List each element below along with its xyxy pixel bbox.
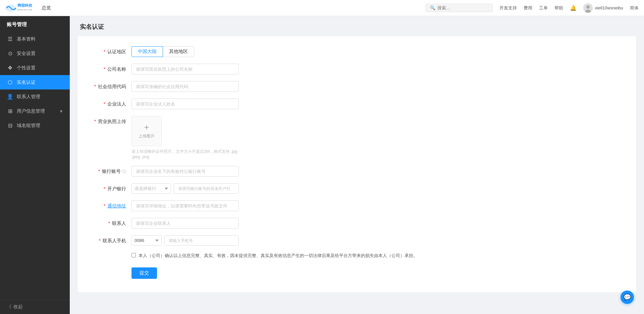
bank-account-row: * 银行账号 ⓘ: [91, 166, 623, 177]
credit-code-row: * 社会信用代码: [91, 81, 623, 92]
personal-icon: ❖: [7, 65, 13, 71]
required-mark: *: [104, 66, 105, 72]
main-layout: 账号管理 ☰ 基本资料 ⊙ 安全设置 ❖ 个性设置 ⬡ 实名认证 👤 联系人管理…: [0, 16, 644, 314]
phone-inputs: 0086: [131, 235, 239, 246]
region-tab-mainland[interactable]: 中国大陆: [131, 46, 163, 57]
required-mark: *: [94, 84, 96, 89]
address-label-link[interactable]: 通信地址: [107, 203, 126, 208]
required-mark: *: [104, 101, 105, 107]
required-mark: *: [104, 49, 105, 54]
info-icon[interactable]: ⓘ: [122, 169, 126, 174]
search-icon: 🔍: [430, 5, 435, 10]
bank-control: 请选择银行: [131, 183, 252, 194]
address-row: * 通信地址: [91, 200, 623, 211]
sidebar-item-userinfo[interactable]: ⊞ 用户信息管理 ▼: [0, 104, 70, 118]
sidebar-item-realname[interactable]: ⬡ 实名认证: [0, 75, 70, 89]
language-switch[interactable]: 简体: [630, 5, 639, 11]
basic-info-icon: ☰: [7, 36, 13, 42]
sidebar-item-personal[interactable]: ❖ 个性设置: [0, 61, 70, 75]
security-icon: ⊙: [7, 50, 13, 57]
license-control: + 上传图片 请上传清晰的证件照片，文件大小不超过2M，格式支持 .jpg .j…: [131, 116, 239, 159]
sidebar-item-contacts[interactable]: 👤 联系人管理: [0, 89, 70, 104]
company-name-row: * 公司名称: [91, 64, 623, 74]
bank-account-control: [131, 166, 239, 177]
header-actions: 开发支持 费用 工单 帮助 🔔 xiell10wsneibu 简体: [499, 3, 639, 13]
required-mark: *: [94, 119, 96, 124]
upload-button[interactable]: + 上传图片: [131, 116, 162, 146]
plus-icon: +: [144, 123, 149, 131]
svg-text:网宿科技: 网宿科技: [17, 3, 32, 7]
search-input[interactable]: [437, 5, 491, 10]
company-name-input[interactable]: [131, 64, 239, 74]
company-name-label: * 公司名称: [91, 64, 131, 72]
collapse-icon: 《: [7, 304, 11, 310]
phone-row: * 联系人手机 0086: [91, 235, 623, 246]
credit-code-input[interactable]: [131, 81, 239, 92]
notification-bell[interactable]: 🔔: [570, 5, 577, 11]
sidebar-item-domain[interactable]: ⊟ 域名组管理: [0, 118, 70, 133]
collapse-label: 收起: [13, 304, 23, 310]
sidebar-item-label: 用户信息管理: [17, 108, 45, 114]
username-label[interactable]: xiell10wsneibu: [595, 5, 623, 10]
sidebar-title: 账号管理: [0, 16, 70, 32]
sidebar: 账号管理 ☰ 基本资料 ⊙ 安全设置 ❖ 个性设置 ⬡ 实名认证 👤 联系人管理…: [0, 16, 70, 314]
help-link[interactable]: 帮助: [554, 5, 563, 11]
nav-overview[interactable]: 总览: [42, 5, 51, 11]
submit-button[interactable]: 提交: [131, 267, 157, 279]
phone-country-select[interactable]: 0086: [131, 235, 162, 246]
legal-person-control: [131, 99, 239, 109]
svg-point-4: [586, 5, 590, 9]
chat-float-button[interactable]: 💬: [621, 291, 634, 304]
bank-select[interactable]: 请选择银行: [131, 183, 171, 194]
phone-label: * 联系人手机: [91, 235, 131, 244]
region-row: * 认证地区 中国大陆 其他地区: [91, 46, 623, 57]
dev-support-link[interactable]: 开发支持: [499, 5, 517, 11]
region-label: * 认证地区: [91, 46, 131, 55]
agreement-text: 本人（公司）确认以上信息完整、真实、有效，因未提供完整、真实及有效信息产生的一切…: [139, 252, 418, 259]
credit-code-control: [131, 81, 239, 92]
sidebar-collapse-button[interactable]: 《 收起: [0, 300, 70, 314]
agreement-row: 本人（公司）确认以上信息完整、真实、有效，因未提供完整、真实及有效信息产生的一切…: [91, 252, 623, 259]
sidebar-item-security[interactable]: ⊙ 安全设置: [0, 46, 70, 61]
contact-row: * 联系人: [91, 218, 623, 229]
bank-account-label: * 银行账号 ⓘ: [91, 166, 131, 175]
billing-link[interactable]: 费用: [524, 5, 532, 11]
credit-code-label: * 社会信用代码: [91, 81, 131, 90]
address-input[interactable]: [131, 200, 239, 211]
content-area: 实名认证 * 认证地区 中国大陆 其他地区 * 公司: [70, 16, 644, 314]
sidebar-item-label: 联系人管理: [17, 94, 40, 100]
sidebar-item-basic-info[interactable]: ☰ 基本资料: [0, 32, 70, 46]
avatar: [583, 3, 593, 13]
bank-row: * 开户银行 请选择银行: [91, 183, 623, 194]
header: 网宿科技 WANGSU.COM 总览 🔍 开发支持 费用 工单 帮助 🔔 xie…: [0, 0, 644, 16]
submit-row: 提交: [91, 267, 623, 279]
form-card: * 认证地区 中国大陆 其他地区 * 公司名称: [78, 36, 636, 292]
page-title: 实名认证: [70, 16, 644, 36]
upload-label: 上传图片: [139, 133, 155, 139]
phone-number-input[interactable]: [164, 235, 239, 246]
upload-hint: 请上传清晰的证件照片，文件大小不超过2M，格式支持 .jpg .jpeg .pn…: [131, 149, 239, 159]
contact-input[interactable]: [131, 218, 239, 229]
legal-person-label: * 企业法人: [91, 99, 131, 107]
chat-icon: 💬: [624, 294, 631, 301]
license-label: * 营业执照上传: [91, 116, 131, 125]
agreement-checkbox[interactable]: [131, 253, 136, 257]
svg-text:WANGSU.COM: WANGSU.COM: [17, 8, 32, 11]
contact-control: [131, 218, 239, 229]
region-tab-other[interactable]: 其他地区: [163, 46, 194, 57]
submenu-arrow-icon: ▼: [59, 109, 63, 113]
bank-branch-input[interactable]: [174, 183, 239, 194]
sidebar-item-label: 个性设置: [17, 65, 36, 71]
logo: 网宿科技 WANGSU.COM: [5, 3, 35, 13]
workorder-link[interactable]: 工单: [539, 5, 548, 11]
userinfo-icon: ⊞: [7, 108, 13, 114]
phone-control: 0086: [131, 235, 252, 246]
legal-person-input[interactable]: [131, 99, 239, 109]
bank-account-input[interactable]: [131, 166, 239, 177]
sidebar-item-label: 实名认证: [17, 79, 36, 85]
region-tabs: 中国大陆 其他地区: [131, 46, 239, 57]
domain-icon: ⊟: [7, 122, 13, 129]
required-mark: *: [108, 221, 110, 226]
sidebar-item-label: 域名组管理: [17, 123, 40, 129]
legal-person-row: * 企业法人: [91, 99, 623, 109]
